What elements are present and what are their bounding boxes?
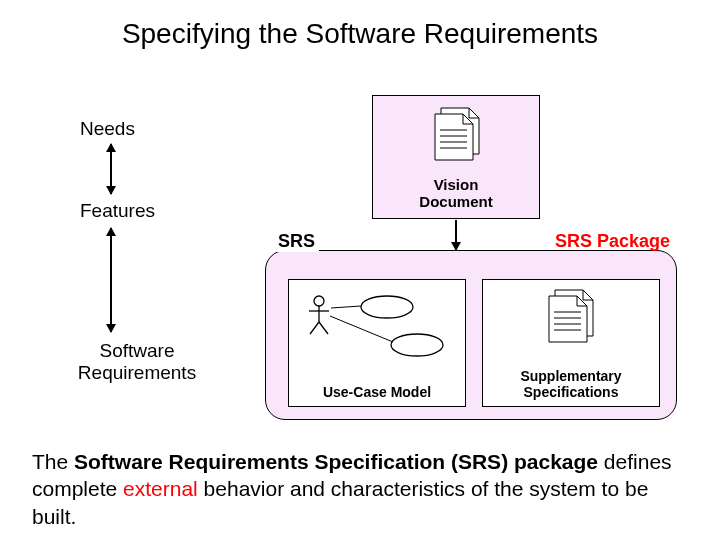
document-stack-icon [543, 288, 599, 348]
use-case-caption: Use-Case Model [289, 384, 465, 400]
body-bold: Software Requirements Specification (SRS… [74, 450, 598, 473]
connector-lines-icon [321, 294, 441, 374]
label-features: Features [80, 200, 155, 222]
label-software-requirements: SoftwareRequirements [72, 340, 202, 384]
arrow-features-requirements [110, 228, 112, 332]
body-paragraph: The Software Requirements Specification … [32, 448, 682, 530]
arrow-vision-to-srs [455, 220, 457, 250]
page-title: Specifying the Software Requirements [0, 18, 720, 50]
label-needs: Needs [80, 118, 135, 140]
document-stack-icon [429, 106, 485, 166]
svg-line-7 [310, 322, 319, 334]
supplementary-box: SupplementarySpecifications [482, 279, 660, 407]
srs-package-label: SRS Package [555, 231, 670, 252]
body-pre: The [32, 450, 74, 473]
use-case-model-box: Use-Case Model [288, 279, 466, 407]
svg-line-12 [330, 316, 393, 342]
svg-line-11 [331, 306, 361, 308]
body-external: external [123, 477, 198, 500]
srs-package-container: SRS SRS Package Use-Case Model [265, 250, 677, 420]
arrow-needs-features [110, 144, 112, 194]
supplementary-caption: SupplementarySpecifications [483, 368, 659, 400]
vision-caption: VisionDocument [373, 176, 539, 211]
srs-label: SRS [274, 231, 319, 252]
vision-document-box: VisionDocument [372, 95, 540, 219]
